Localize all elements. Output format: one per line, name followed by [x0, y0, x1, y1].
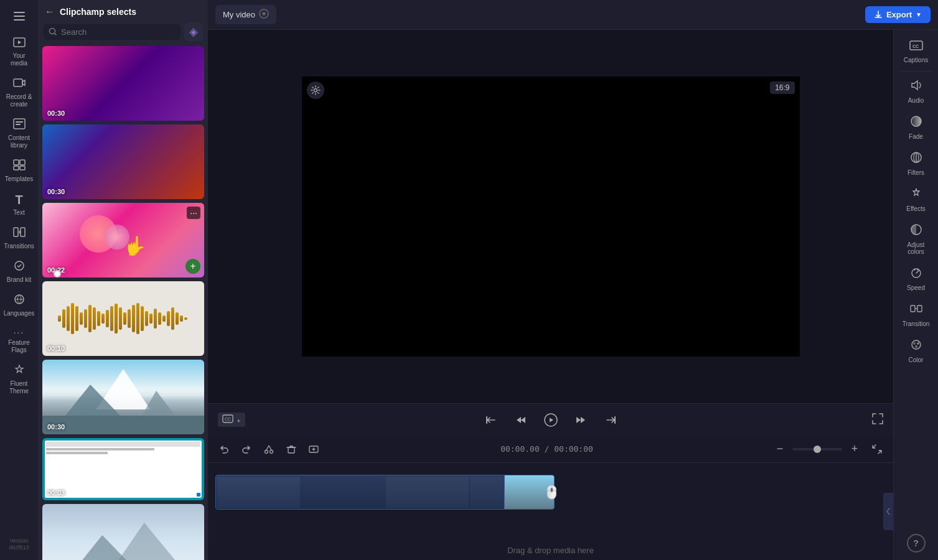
media-item[interactable]: 00:30: [42, 360, 204, 434]
right-panel-effects[interactable]: Effects: [896, 182, 937, 217]
add-media-button[interactable]: [305, 441, 322, 458]
undo-button[interactable]: [215, 441, 233, 458]
panel-title: Clipchamp selects: [60, 7, 202, 17]
cut-button[interactable]: [260, 441, 278, 458]
main-content: My video Export ▼: [208, 0, 938, 560]
svg-point-55: [263, 12, 266, 16]
media-item-audio[interactable]: 00:10: [42, 281, 204, 356]
my-video-tab[interactable]: My video: [215, 5, 276, 24]
zoom-slider[interactable]: [792, 448, 842, 450]
svg-point-79: [915, 345, 917, 348]
aspect-ratio-label: 16:9: [775, 83, 789, 92]
svg-rect-36: [136, 303, 139, 334]
diamond-filter-button[interactable]: ◈: [184, 22, 203, 41]
right-panel-captions[interactable]: CC Captions: [896, 35, 937, 68]
audio-icon: [910, 79, 922, 95]
svg-rect-44: [171, 307, 174, 330]
aspect-ratio-badge: 16:9: [770, 82, 794, 94]
right-panel-adjust-colors[interactable]: Adjustcolors: [896, 218, 937, 260]
svg-rect-32: [119, 307, 122, 330]
clip-thumbnail: [504, 475, 554, 509]
search-input[interactable]: [61, 27, 176, 37]
svg-rect-40: [154, 309, 157, 329]
sidebar-item-transitions[interactable]: Transitions: [1, 223, 37, 254]
svg-rect-41: [158, 312, 161, 325]
svg-rect-75: [917, 306, 922, 312]
media-item-selected[interactable]: ··· 00:22 +: [42, 203, 204, 278]
export-button[interactable]: Export ▼: [865, 6, 931, 23]
redo-button[interactable]: [238, 441, 255, 458]
track-row: 🖱️: [208, 470, 893, 514]
svg-text:CC: CC: [225, 417, 231, 421]
fast-forward-button[interactable]: [571, 410, 591, 430]
video-settings-button[interactable]: [307, 82, 324, 99]
zoom-thumb: [814, 446, 821, 453]
languages-icon: [13, 294, 26, 308]
right-panel: CC Captions Audio: [893, 30, 938, 560]
media-item[interactable]: 00:30: [42, 46, 204, 121]
drag-drop-zone: Drag & drop media here: [507, 546, 594, 555]
hamburger-menu[interactable]: [1, 5, 37, 27]
search-icon: [49, 27, 57, 36]
right-panel-filters[interactable]: Filters: [896, 146, 937, 181]
adjust-colors-icon: [910, 223, 922, 239]
sidebar-item-feature-flags[interactable]: ··· FeatureFlags: [1, 324, 37, 358]
delete-button[interactable]: [283, 441, 300, 458]
zoom-out-button[interactable]: −: [771, 441, 789, 458]
media-panel-header: ← Clipchamp selects: [39, 0, 208, 22]
expand-timeline-button[interactable]: [868, 441, 886, 458]
svg-rect-27: [97, 311, 100, 326]
export-icon: [874, 11, 883, 19]
right-panel-audio[interactable]: Audio: [896, 74, 937, 109]
fullscreen-button[interactable]: [872, 413, 883, 427]
waveform-visual: [55, 300, 192, 337]
search-bar: [44, 24, 181, 40]
back-button[interactable]: ←: [45, 6, 55, 17]
sidebar-item-templates[interactable]: Templates: [1, 156, 37, 187]
svg-rect-38: [145, 311, 148, 326]
add-to-timeline-button[interactable]: +: [185, 259, 200, 274]
rewind-button[interactable]: [511, 410, 531, 430]
svg-rect-43: [167, 311, 170, 326]
sidebar-item-label: Languages: [4, 310, 35, 317]
right-panel-color[interactable]: Color: [896, 334, 937, 368]
sidebar-item-text[interactable]: T Text: [1, 189, 37, 220]
right-panel-transition[interactable]: Transition: [896, 297, 937, 332]
sidebar-item-fluent-theme[interactable]: FluentTheme: [1, 360, 37, 399]
svg-rect-2: [14, 19, 25, 21]
sidebar-item-languages[interactable]: Languages: [1, 290, 37, 321]
media-item[interactable]: [42, 504, 204, 560]
more-options-button[interactable]: ···: [187, 207, 200, 219]
skip-back-button[interactable]: [481, 410, 501, 430]
transition-icon: [910, 302, 922, 318]
sidebar-item-record-create[interactable]: Record &create: [1, 73, 37, 112]
zoom-in-button[interactable]: +: [846, 441, 863, 458]
right-panel-fade[interactable]: Fade: [896, 110, 937, 145]
media-duration: 00:30: [47, 110, 65, 117]
media-duration: 00:03: [47, 489, 65, 497]
svg-rect-28: [101, 314, 105, 324]
svg-rect-45: [176, 312, 179, 325]
collapse-timeline-handle[interactable]: [883, 493, 893, 530]
sidebar-item-label: Transitions: [4, 243, 34, 250]
media-item[interactable]: 00:30: [42, 124, 204, 199]
help-button[interactable]: ?: [907, 534, 926, 553]
svg-marker-53: [115, 523, 181, 560]
media-item[interactable]: 00:03: [42, 438, 204, 500]
sidebar-item-content-library[interactable]: Contentlibrary: [1, 114, 37, 153]
media-grid: 00:30 00:30 ··· 00:22 + 👆: [39, 46, 208, 560]
brand-kit-icon: [13, 260, 26, 274]
sidebar-item-brand-kit[interactable]: Brand kit: [1, 256, 37, 287]
svg-point-63: [270, 450, 273, 453]
svg-point-62: [265, 450, 268, 453]
skip-forward-button[interactable]: [601, 410, 621, 430]
play-button[interactable]: [541, 410, 561, 430]
sidebar-item-label: Contentlibrary: [8, 134, 30, 149]
timeline-tracks: 🖱️ Drag & drop media here: [208, 463, 893, 560]
captions-button[interactable]: CC +: [218, 413, 245, 427]
right-panel-speed[interactable]: Speed: [896, 261, 937, 296]
svg-rect-26: [93, 307, 96, 330]
text-icon: T: [15, 193, 22, 207]
sidebar-item-your-media[interactable]: Your media: [1, 32, 37, 71]
timeline-clip[interactable]: [215, 475, 555, 510]
